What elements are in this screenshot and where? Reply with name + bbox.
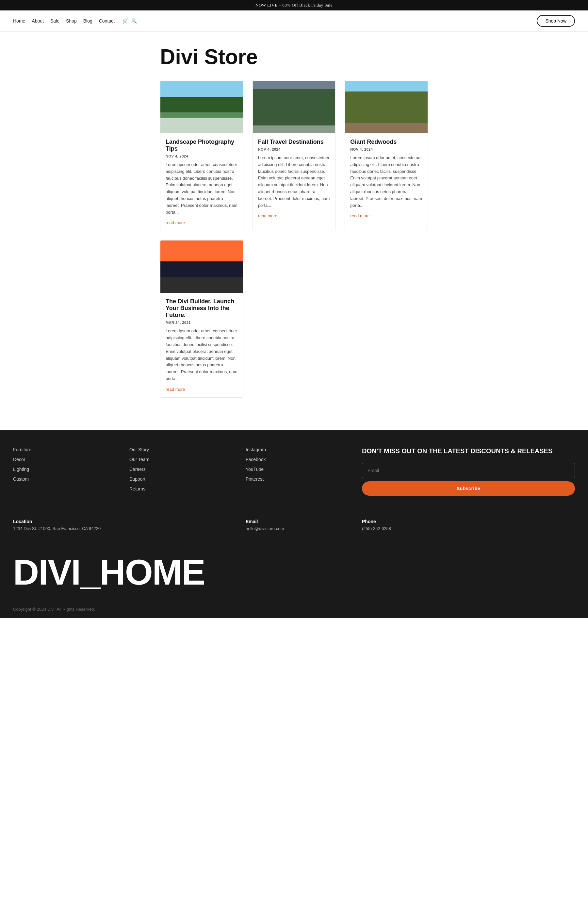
shop-now-button[interactable]: Shop Now bbox=[537, 15, 575, 27]
blog-card-2-date: NOV 4, 2024 bbox=[258, 147, 330, 151]
footer-copyright: Copyright © 2024 Divi. All Rights Reserv… bbox=[13, 600, 575, 618]
search-icon[interactable]: 🔍 bbox=[131, 18, 137, 24]
email-label: Email bbox=[246, 519, 352, 524]
footer-link-pinterest[interactable]: Pinterest bbox=[246, 476, 263, 481]
blog-card-1-title: Landscape Photography Tips bbox=[166, 139, 238, 152]
blog-grid-row2: The Divi Builder. Launch Your Business I… bbox=[160, 240, 428, 397]
announcement-text: NOW LIVE – 80% Off Black Friday Sale bbox=[255, 3, 333, 8]
footer-link-decor[interactable]: Decor bbox=[13, 457, 25, 462]
footer-col-company: Our Story Our Team Careers Support Retur… bbox=[129, 447, 236, 496]
newsletter-email-input[interactable] bbox=[362, 463, 575, 478]
footer-phone: Phone (255) 352-6258 bbox=[362, 519, 575, 531]
footer-newsletter: DON'T MISS OUT ON THE LATEST DISCOUNTS &… bbox=[362, 447, 575, 496]
blog-card-2-excerpt: Lorem ipsum odor amet, consectetuer adip… bbox=[258, 155, 330, 209]
newsletter-heading: DON'T MISS OUT ON THE LATEST DISCOUNTS &… bbox=[362, 447, 575, 455]
nav-sale[interactable]: Sale bbox=[50, 18, 60, 24]
footer-shop-links: Furniture Decor Lighting Custom bbox=[13, 447, 120, 482]
blog-card-4-body: The Divi Builder. Launch Your Business I… bbox=[160, 293, 243, 397]
subscribe-button[interactable]: Subscribe bbox=[362, 481, 575, 496]
footer-link-furniture[interactable]: Furniture bbox=[13, 447, 31, 452]
blog-card-1-excerpt: Lorem ipsum odor amet, consectetuer adip… bbox=[166, 162, 238, 216]
blog-card-3-body: Giant Redwoods NOV 4, 2024 Lorem ipsum o… bbox=[345, 133, 428, 224]
blog-card-3-title: Giant Redwoods bbox=[350, 139, 422, 145]
blog-card-1: Landscape Photography Tips NOV 4, 2024 L… bbox=[160, 81, 243, 231]
blog-grid-row1: Landscape Photography Tips NOV 4, 2024 L… bbox=[160, 81, 428, 231]
blog-card-2-title: Fall Travel Destinations bbox=[258, 139, 330, 145]
nav-blog[interactable]: Blog bbox=[83, 18, 92, 24]
footer-link-lighting[interactable]: Lighting bbox=[13, 467, 29, 472]
email-value: hello@divistore.com bbox=[246, 526, 352, 531]
footer-col-shop: Furniture Decor Lighting Custom bbox=[13, 447, 120, 496]
main-nav: Home About Sale Shop Blog Contact 🛒 🔍 bbox=[13, 18, 137, 24]
location-value: 1234 Divi St. #1000, San Francisco, CA 9… bbox=[13, 526, 120, 531]
footer-link-facebook[interactable]: Facebook bbox=[246, 457, 266, 462]
location-label: Location bbox=[13, 519, 120, 524]
footer-link-returns[interactable]: Returns bbox=[129, 486, 145, 491]
brand-name: DIVI_HOME bbox=[13, 548, 575, 597]
footer-location: Location 1234 Divi St. #1000, San Franci… bbox=[13, 519, 120, 531]
blog-card-2-read-more[interactable]: read more bbox=[258, 213, 277, 218]
announcement-bar: NOW LIVE – 80% Off Black Friday Sale bbox=[0, 0, 588, 10]
blog-card-2-body: Fall Travel Destinations NOV 4, 2024 Lor… bbox=[253, 133, 336, 224]
main-content: Divi Store Landscape Photography Tips NO… bbox=[147, 32, 441, 430]
footer-link-our-team[interactable]: Our Team bbox=[129, 457, 149, 462]
footer-social-links: Instagram Facebook YouTube Pinterest bbox=[246, 447, 352, 482]
blog-card-1-date: NOV 4, 2024 bbox=[166, 154, 238, 158]
blog-card-3-image bbox=[345, 81, 428, 133]
footer-link-youtube[interactable]: YouTube bbox=[246, 467, 263, 472]
nav-contact[interactable]: Contact bbox=[99, 18, 115, 24]
blog-card-4-image bbox=[160, 241, 243, 293]
footer-company-links: Our Story Our Team Careers Support Retur… bbox=[129, 447, 236, 492]
blog-card-3: Giant Redwoods NOV 4, 2024 Lorem ipsum o… bbox=[345, 81, 428, 231]
blog-card-3-read-more[interactable]: read more bbox=[350, 213, 370, 218]
nav-icons: 🛒 🔍 bbox=[123, 18, 137, 24]
blog-card-1-body: Landscape Photography Tips NOV 4, 2024 L… bbox=[160, 133, 243, 231]
page-title: Divi Store bbox=[160, 45, 428, 69]
cart-icon[interactable]: 🛒 bbox=[123, 18, 128, 24]
blog-card-2: Fall Travel Destinations NOV 4, 2024 Lor… bbox=[252, 81, 336, 231]
blog-card-3-date: NOV 4, 2024 bbox=[350, 147, 422, 151]
phone-label: Phone bbox=[362, 519, 575, 524]
footer-link-custom[interactable]: Custom bbox=[13, 476, 29, 481]
site-header: Home About Sale Shop Blog Contact 🛒 🔍 Sh… bbox=[0, 10, 588, 32]
site-footer: Furniture Decor Lighting Custom Our Stor… bbox=[0, 430, 588, 618]
footer-contact-row: Location 1234 Divi St. #1000, San Franci… bbox=[13, 509, 575, 541]
blog-card-1-read-more[interactable]: read more bbox=[166, 220, 185, 225]
blog-card-1-image bbox=[160, 81, 243, 133]
nav-about[interactable]: About bbox=[32, 18, 44, 24]
footer-link-support[interactable]: Support bbox=[129, 476, 145, 481]
footer-top: Furniture Decor Lighting Custom Our Stor… bbox=[13, 447, 575, 509]
nav-shop[interactable]: Shop bbox=[66, 18, 77, 24]
footer-link-instagram[interactable]: Instagram bbox=[246, 447, 266, 452]
nav-home[interactable]: Home bbox=[13, 18, 25, 24]
blog-card-4-date: MAR 24, 2021 bbox=[166, 321, 238, 325]
blog-card-4: The Divi Builder. Launch Your Business I… bbox=[160, 240, 243, 397]
phone-value: (255) 352-6258 bbox=[362, 526, 575, 531]
footer-brand: DIVI_HOME bbox=[13, 541, 575, 600]
footer-email: Email hello@divistore.com bbox=[246, 519, 352, 531]
blog-card-4-title: The Divi Builder. Launch Your Business I… bbox=[166, 298, 238, 318]
footer-col-social: Instagram Facebook YouTube Pinterest bbox=[246, 447, 352, 496]
blog-card-2-image bbox=[253, 81, 336, 133]
blog-card-3-excerpt: Lorem ipsum odor amet, consectetuer adip… bbox=[350, 155, 422, 209]
footer-link-careers[interactable]: Careers bbox=[129, 467, 146, 472]
footer-link-our-story[interactable]: Our Story bbox=[129, 447, 149, 452]
blog-card-4-excerpt: Lorem ipsum odor amet, consectetuer adip… bbox=[166, 328, 238, 382]
blog-card-4-read-more[interactable]: read more bbox=[166, 387, 185, 392]
